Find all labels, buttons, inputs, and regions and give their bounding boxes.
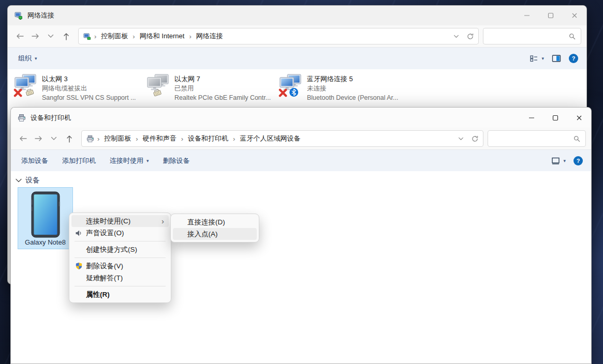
up-button[interactable] [62, 131, 77, 146]
maximize-button[interactable] [539, 6, 563, 25]
search-input[interactable] [493, 135, 573, 143]
crumb-separator: › [186, 33, 194, 40]
maximize-button[interactable] [543, 108, 567, 128]
window2-breadcrumb: › 控制面板 › 硬件和声音 › 设备和打印机 › 蓝牙个人区域网设备 [81, 130, 483, 147]
up-button[interactable] [58, 28, 74, 44]
window1-searchbox [483, 28, 581, 44]
remove-device-button[interactable]: 删除设备 [163, 156, 190, 165]
network-adapter-unplugged-icon [13, 74, 37, 98]
crumb-hardware-sound[interactable]: 硬件和声音 [141, 134, 178, 143]
device-name-label: Galaxy Note8 [25, 238, 66, 246]
adapter-ethernet3[interactable]: 以太网 3 网络电缆被拔出 Sangfor SSL VPN CS Support… [13, 73, 146, 102]
minimize-button[interactable] [515, 6, 539, 25]
crumb-separator: › [133, 135, 141, 143]
crumb-separator: › [178, 135, 186, 143]
window1-addressbar: › 控制面板 › 网络和 Internet › 网络连接 [8, 25, 586, 47]
refresh-icon[interactable] [466, 33, 474, 40]
connect-using-submenu: 直接连接(D) 接入点(A) [170, 214, 259, 242]
crumb-network-internet[interactable]: 网络和 Internet [138, 32, 186, 41]
submenu-item-direct-connection[interactable]: 直接连接(D) [173, 216, 257, 228]
help-button[interactable]: ? [569, 54, 578, 63]
window1-titlebar: 网络连接 [8, 6, 586, 25]
address-dropdown-icon[interactable] [453, 35, 459, 38]
crumb-network-connections[interactable]: 网络连接 [195, 32, 225, 41]
window2-commandbar: 添加设备 添加打印机 连接时使用 ▾ 删除设备 ▾ ? [11, 149, 591, 171]
adapter-bluetooth5[interactable]: 蓝牙网络连接 5 未连接 Bluetooth Device (Personal … [278, 73, 411, 102]
window2-addressbar: › 控制面板 › 硬件和声音 › 设备和打印机 › 蓝牙个人区域网设备 [11, 128, 591, 149]
section-label: 设备 [25, 176, 40, 185]
search-icon [568, 33, 576, 40]
network-connections-icon [14, 11, 23, 20]
crumb-devices-printers[interactable]: 设备和打印机 [186, 134, 230, 143]
forward-button[interactable] [27, 28, 43, 44]
menu-item-remove-device[interactable]: 删除设备(V) [71, 260, 169, 272]
adapter-device: Realtek PCIe GbE Family Contr... [174, 93, 271, 102]
crumb-control-panel[interactable]: 控制面板 [99, 32, 129, 41]
organize-button[interactable]: 组织 ▾ [18, 54, 37, 63]
menu-item-properties[interactable]: 属性(R) [71, 289, 169, 300]
uac-shield-icon [75, 262, 83, 270]
adapter-status: 已禁用 [174, 84, 271, 93]
bluetooth-network-icon [278, 74, 302, 98]
back-button[interactable] [15, 131, 31, 146]
caret-down-icon: ▾ [35, 56, 37, 61]
caret-down-icon: ▾ [541, 56, 544, 61]
menu-separator [75, 257, 166, 258]
back-button[interactable] [12, 28, 27, 44]
preview-pane-button[interactable] [552, 54, 561, 63]
window2-controls [520, 108, 591, 128]
window1-breadcrumb: › 控制面板 › 网络和 Internet › 网络连接 [78, 28, 479, 44]
crumb-separator: › [94, 135, 102, 143]
recent-locations-button[interactable] [43, 28, 58, 44]
menu-item-connect-using[interactable]: 连接时使用(C) › [71, 215, 169, 227]
adapter-status: 网络电缆被拔出 [42, 84, 136, 93]
close-button[interactable] [567, 108, 591, 128]
adapter-name: 以太网 7 [174, 74, 271, 84]
refresh-icon[interactable] [471, 135, 479, 143]
window1-commandbar: 组织 ▾ ▾ [8, 47, 586, 69]
speaker-icon [75, 229, 83, 237]
menu-item-create-shortcut[interactable]: 创建快捷方式(S) [71, 244, 169, 255]
crumb-bluetooth-pan-devices[interactable]: 蓝牙个人区域网设备 [238, 134, 302, 143]
connect-using-button[interactable]: 连接时使用 ▾ [110, 156, 149, 165]
crumb-separator: › [129, 33, 138, 40]
window1-title: 网络连接 [27, 11, 54, 20]
devices-section-header[interactable]: 设备 [16, 176, 40, 185]
minimize-button[interactable] [520, 108, 543, 128]
crumb-separator: › [91, 33, 99, 40]
search-input[interactable] [488, 33, 568, 40]
crumb-separator: › [230, 135, 238, 143]
change-view-button[interactable]: ▾ [530, 54, 544, 63]
window2-titlebar: 设备和打印机 [11, 108, 591, 128]
address-dropdown-icon[interactable] [458, 137, 464, 141]
menu-separator [75, 286, 166, 286]
adapter-ethernet7[interactable]: 以太网 7 已禁用 Realtek PCIe GbE Family Contr.… [146, 73, 278, 102]
smartphone-icon [31, 191, 60, 238]
network-connections-icon [83, 33, 91, 40]
device-galaxy-note8[interactable]: Galaxy Note8 [18, 187, 73, 249]
caret-down-icon: ▾ [146, 158, 149, 163]
adapter-name: 蓝牙网络连接 5 [307, 74, 398, 84]
desktop-wallpaper: 网络连接 [0, 0, 603, 364]
change-view-button[interactable]: ▾ [551, 157, 566, 165]
close-button[interactable] [563, 6, 586, 25]
window2-title: 设备和打印机 [31, 113, 71, 123]
add-device-button[interactable]: 添加设备 [21, 156, 48, 165]
devices-printers-icon [18, 114, 26, 122]
help-button[interactable]: ? [573, 156, 583, 165]
adapter-list: 以太网 3 网络电缆被拔出 Sangfor SSL VPN CS Support… [8, 69, 586, 102]
submenu-arrow-icon: › [161, 217, 164, 225]
forward-button[interactable] [31, 131, 46, 146]
add-printer-button[interactable]: 添加打印机 [62, 156, 96, 165]
recent-locations-button[interactable] [46, 131, 62, 146]
chevron-down-icon [16, 178, 22, 183]
window1-controls [515, 6, 586, 25]
adapter-status: 未连接 [307, 84, 398, 93]
search-icon [573, 135, 581, 143]
menu-item-troubleshoot[interactable]: 疑难解答(T) [71, 272, 169, 284]
network-adapter-disabled-icon [146, 74, 170, 98]
menu-item-sound-settings[interactable]: 声音设置(O) [71, 227, 169, 239]
caret-down-icon: ▾ [563, 158, 566, 163]
crumb-control-panel[interactable]: 控制面板 [102, 134, 133, 143]
submenu-item-access-point[interactable]: 接入点(A) [173, 228, 257, 240]
